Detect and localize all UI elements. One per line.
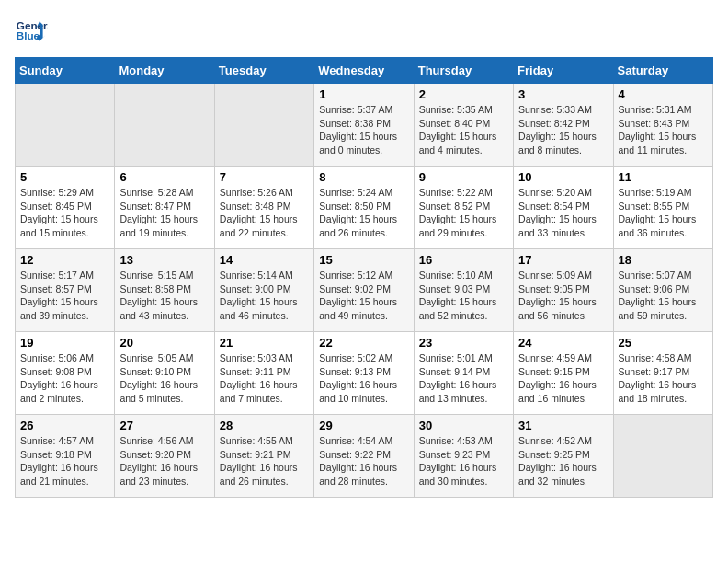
day-number: 11 (619, 170, 708, 184)
day-info: Sunrise: 5:06 AM Sunset: 9:08 PM Dayligh… (20, 351, 109, 406)
calendar-cell: 8Sunrise: 5:24 AM Sunset: 8:50 PM Daylig… (314, 167, 414, 249)
day-number: 25 (619, 336, 708, 350)
calendar-table: SundayMondayTuesdayWednesdayThursdayFrid… (15, 57, 713, 498)
day-number: 26 (20, 419, 109, 432)
day-info: Sunrise: 5:05 AM Sunset: 9:10 PM Dayligh… (119, 351, 209, 406)
header: General Blue (15, 15, 713, 48)
day-info: Sunrise: 5:10 AM Sunset: 9:03 PM Dayligh… (419, 269, 508, 323)
day-info: Sunrise: 5:07 AM Sunset: 9:06 PM Dayligh… (619, 269, 708, 323)
day-info: Sunrise: 4:58 AM Sunset: 9:17 PM Dayligh… (619, 351, 708, 406)
calendar-cell: 30Sunrise: 4:53 AM Sunset: 9:23 PM Dayli… (414, 415, 513, 498)
calendar-cell: 31Sunrise: 4:52 AM Sunset: 9:25 PM Dayli… (514, 415, 613, 498)
day-number: 8 (319, 170, 408, 184)
day-number: 18 (619, 253, 708, 267)
day-info: Sunrise: 5:24 AM Sunset: 8:50 PM Dayligh… (319, 186, 408, 240)
day-number: 21 (220, 336, 309, 350)
calendar-cell: 26Sunrise: 4:57 AM Sunset: 9:18 PM Dayli… (16, 415, 115, 498)
weekday-header: Monday (115, 58, 214, 84)
day-info: Sunrise: 5:22 AM Sunset: 8:52 PM Dayligh… (419, 186, 508, 240)
calendar-week-row: 12Sunrise: 5:17 AM Sunset: 8:57 PM Dayli… (16, 249, 713, 332)
calendar-cell: 11Sunrise: 5:19 AM Sunset: 8:55 PM Dayli… (613, 167, 712, 249)
calendar-cell: 21Sunrise: 5:03 AM Sunset: 9:11 PM Dayli… (214, 332, 313, 415)
day-number: 5 (20, 170, 109, 184)
day-number: 1 (319, 87, 408, 101)
day-number: 6 (119, 170, 209, 184)
day-number: 7 (220, 170, 309, 184)
day-number: 4 (619, 87, 708, 101)
weekday-header: Saturday (613, 58, 712, 84)
calendar-cell: 10Sunrise: 5:20 AM Sunset: 8:54 PM Dayli… (514, 167, 613, 249)
day-number: 2 (419, 87, 508, 101)
day-info: Sunrise: 5:28 AM Sunset: 8:47 PM Dayligh… (119, 186, 209, 240)
day-number: 27 (119, 419, 209, 432)
calendar-cell: 9Sunrise: 5:22 AM Sunset: 8:52 PM Daylig… (414, 167, 513, 249)
day-info: Sunrise: 5:20 AM Sunset: 8:54 PM Dayligh… (518, 186, 608, 240)
day-number: 28 (220, 419, 309, 432)
calendar-cell: 23Sunrise: 5:01 AM Sunset: 9:14 PM Dayli… (414, 332, 513, 415)
day-info: Sunrise: 5:19 AM Sunset: 8:55 PM Dayligh… (619, 186, 708, 240)
calendar-cell: 13Sunrise: 5:15 AM Sunset: 8:58 PM Dayli… (115, 249, 214, 332)
calendar-cell (613, 415, 712, 498)
day-number: 15 (319, 253, 408, 267)
calendar-cell: 15Sunrise: 5:12 AM Sunset: 9:02 PM Dayli… (314, 249, 414, 332)
svg-text:Blue: Blue (17, 29, 40, 41)
calendar-cell: 5Sunrise: 5:29 AM Sunset: 8:45 PM Daylig… (16, 167, 115, 249)
calendar-cell: 6Sunrise: 5:28 AM Sunset: 8:47 PM Daylig… (115, 167, 214, 249)
logo-icon: General Blue (15, 15, 48, 48)
day-info: Sunrise: 5:14 AM Sunset: 9:00 PM Dayligh… (220, 269, 309, 323)
calendar-cell: 28Sunrise: 4:55 AM Sunset: 9:21 PM Dayli… (214, 415, 313, 498)
day-info: Sunrise: 5:26 AM Sunset: 8:48 PM Dayligh… (220, 186, 309, 240)
calendar-cell: 12Sunrise: 5:17 AM Sunset: 8:57 PM Dayli… (16, 249, 115, 332)
calendar-cell: 16Sunrise: 5:10 AM Sunset: 9:03 PM Dayli… (414, 249, 513, 332)
calendar-cell: 27Sunrise: 4:56 AM Sunset: 9:20 PM Dayli… (115, 415, 214, 498)
calendar-week-row: 5Sunrise: 5:29 AM Sunset: 8:45 PM Daylig… (16, 167, 713, 249)
calendar-cell (16, 84, 115, 167)
day-info: Sunrise: 5:01 AM Sunset: 9:14 PM Dayligh… (419, 351, 508, 406)
day-number: 3 (518, 87, 608, 101)
calendar-cell: 29Sunrise: 4:54 AM Sunset: 9:22 PM Dayli… (314, 415, 414, 498)
calendar-cell: 22Sunrise: 5:02 AM Sunset: 9:13 PM Dayli… (314, 332, 414, 415)
calendar-cell: 18Sunrise: 5:07 AM Sunset: 9:06 PM Dayli… (613, 249, 712, 332)
calendar-week-row: 19Sunrise: 5:06 AM Sunset: 9:08 PM Dayli… (16, 332, 713, 415)
day-info: Sunrise: 4:54 AM Sunset: 9:22 PM Dayligh… (319, 434, 408, 488)
calendar-cell: 2Sunrise: 5:35 AM Sunset: 8:40 PM Daylig… (414, 84, 513, 167)
day-info: Sunrise: 5:17 AM Sunset: 8:57 PM Dayligh… (20, 269, 109, 323)
calendar-cell: 1Sunrise: 5:37 AM Sunset: 8:38 PM Daylig… (314, 84, 414, 167)
day-info: Sunrise: 5:09 AM Sunset: 9:05 PM Dayligh… (518, 269, 608, 323)
day-number: 19 (20, 336, 109, 350)
day-info: Sunrise: 4:55 AM Sunset: 9:21 PM Dayligh… (220, 434, 309, 488)
weekday-header: Tuesday (214, 58, 313, 84)
weekday-header: Sunday (16, 58, 115, 84)
day-number: 30 (419, 419, 508, 432)
day-info: Sunrise: 5:29 AM Sunset: 8:45 PM Dayligh… (20, 186, 109, 240)
day-number: 10 (518, 170, 608, 184)
calendar-week-row: 26Sunrise: 4:57 AM Sunset: 9:18 PM Dayli… (16, 415, 713, 498)
day-number: 17 (518, 253, 608, 267)
day-number: 9 (419, 170, 508, 184)
day-info: Sunrise: 5:35 AM Sunset: 8:40 PM Dayligh… (419, 103, 508, 157)
day-number: 12 (20, 253, 109, 267)
day-number: 20 (119, 336, 209, 350)
logo: General Blue (15, 15, 48, 48)
calendar-cell: 20Sunrise: 5:05 AM Sunset: 9:10 PM Dayli… (115, 332, 214, 415)
day-info: Sunrise: 5:02 AM Sunset: 9:13 PM Dayligh… (319, 351, 408, 406)
day-number: 13 (119, 253, 209, 267)
day-info: Sunrise: 5:15 AM Sunset: 8:58 PM Dayligh… (119, 269, 209, 323)
day-number: 14 (220, 253, 309, 267)
day-info: Sunrise: 5:33 AM Sunset: 8:42 PM Dayligh… (518, 103, 608, 157)
calendar-cell: 24Sunrise: 4:59 AM Sunset: 9:15 PM Dayli… (514, 332, 613, 415)
calendar-cell: 14Sunrise: 5:14 AM Sunset: 9:00 PM Dayli… (214, 249, 313, 332)
weekday-header: Friday (514, 58, 613, 84)
day-info: Sunrise: 5:03 AM Sunset: 9:11 PM Dayligh… (220, 351, 309, 406)
day-info: Sunrise: 5:37 AM Sunset: 8:38 PM Dayligh… (319, 103, 408, 157)
day-number: 31 (518, 419, 608, 432)
day-number: 24 (518, 336, 608, 350)
calendar-cell: 4Sunrise: 5:31 AM Sunset: 8:43 PM Daylig… (613, 84, 712, 167)
calendar-cell: 17Sunrise: 5:09 AM Sunset: 9:05 PM Dayli… (514, 249, 613, 332)
calendar-cell: 3Sunrise: 5:33 AM Sunset: 8:42 PM Daylig… (514, 84, 613, 167)
calendar-cell: 7Sunrise: 5:26 AM Sunset: 8:48 PM Daylig… (214, 167, 313, 249)
day-info: Sunrise: 4:56 AM Sunset: 9:20 PM Dayligh… (119, 434, 209, 488)
day-info: Sunrise: 5:31 AM Sunset: 8:43 PM Dayligh… (619, 103, 708, 157)
day-info: Sunrise: 4:53 AM Sunset: 9:23 PM Dayligh… (419, 434, 508, 488)
calendar-week-row: 1Sunrise: 5:37 AM Sunset: 8:38 PM Daylig… (16, 84, 713, 167)
